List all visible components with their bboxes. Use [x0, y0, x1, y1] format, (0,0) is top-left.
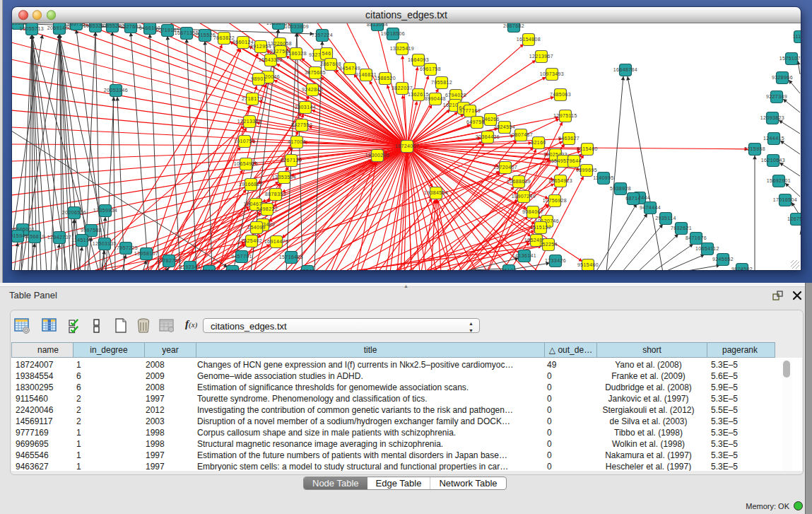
svg-text:10688639: 10688639	[507, 179, 531, 184]
svg-text:8878352: 8878352	[265, 192, 286, 197]
svg-text:1140995: 1140995	[593, 175, 614, 180]
svg-text:13325419: 13325419	[390, 46, 414, 51]
svg-text:79644: 79644	[566, 158, 581, 163]
svg-text:18724007: 18724007	[395, 144, 419, 148]
svg-text:252254: 252254	[539, 242, 558, 247]
svg-text:15716485: 15716485	[279, 255, 303, 259]
svg-text:8427552: 8427552	[291, 122, 312, 127]
svg-text:17016504: 17016504	[773, 197, 797, 202]
svg-text:16210643: 16210643	[761, 158, 785, 163]
svg-text:20053346: 20053346	[104, 88, 128, 93]
svg-text:9146821: 9146821	[355, 72, 377, 77]
svg-text:10756928: 10756928	[543, 198, 567, 203]
svg-text:13958107: 13958107	[134, 251, 158, 256]
svg-text:6794028: 6794028	[445, 93, 466, 98]
svg-text:2867608: 2867608	[320, 62, 341, 66]
svg-text:14136141: 14136141	[512, 253, 536, 258]
svg-text:18907249: 18907249	[512, 194, 536, 199]
svg-text:10654925: 10654925	[234, 161, 258, 166]
svg-text:16782759: 16782759	[157, 258, 181, 263]
svg-text:1615152: 1615152	[530, 225, 551, 230]
svg-text:746266: 746266	[481, 117, 500, 122]
svg-text:9115460: 9115460	[577, 146, 598, 151]
svg-text:19218506: 19218506	[381, 31, 405, 36]
svg-text:7632621: 7632621	[671, 226, 692, 230]
svg-text:417004: 417004	[288, 139, 306, 144]
svg-text:9777169: 9777169	[459, 108, 481, 113]
svg-text:12942737: 12942737	[47, 235, 71, 240]
svg-text:12975115: 12975115	[553, 113, 577, 118]
svg-text:2803144: 2803144	[295, 105, 316, 110]
svg-text:7515526: 7515526	[194, 33, 216, 37]
svg-text:9328966: 9328966	[772, 75, 793, 80]
svg-text:96193: 96193	[501, 268, 516, 270]
svg-text:9084067: 9084067	[522, 209, 543, 214]
svg-text:12213967: 12213967	[529, 54, 553, 59]
svg-text:9515460: 9515460	[577, 262, 599, 267]
svg-text:126753: 126753	[787, 216, 801, 221]
svg-text:9997588: 9997588	[81, 228, 102, 233]
svg-text:17957225: 17957225	[114, 245, 138, 250]
svg-text:9824502: 9824502	[731, 267, 753, 270]
svg-text:12213389: 12213389	[237, 119, 261, 124]
svg-text:9227349: 9227349	[766, 94, 787, 99]
svg-text:7357224: 7357224	[312, 33, 333, 37]
svg-text:16154808: 16154808	[517, 37, 541, 42]
svg-text:7485063: 7485063	[550, 92, 571, 97]
svg-text:8454749: 8454749	[339, 66, 360, 71]
svg-text:7955812: 7955812	[431, 80, 452, 85]
svg-text:7625402: 7625402	[241, 238, 262, 243]
svg-text:9245652: 9245652	[712, 257, 734, 262]
svg-text:9463627: 9463627	[558, 136, 579, 141]
svg-text:62160: 62160	[531, 140, 546, 145]
svg-text:52342: 52342	[300, 269, 314, 270]
svg-text:20364436: 20364436	[476, 134, 500, 139]
svg-text:2718176: 2718176	[242, 96, 263, 101]
svg-text:16033809: 16033809	[285, 24, 309, 29]
svg-text:16914479: 16914479	[264, 239, 288, 244]
svg-text:19384554: 19384554	[424, 190, 448, 195]
svg-text:8990448: 8990448	[425, 96, 446, 101]
svg-text:8186328: 8186328	[286, 51, 307, 56]
svg-text:9474444: 9474444	[640, 205, 661, 210]
svg-text:19166827: 19166827	[239, 182, 263, 187]
svg-text:1527602: 1527602	[120, 24, 141, 29]
svg-text:154099: 154099	[247, 225, 266, 230]
svg-text:98901: 98901	[251, 76, 266, 81]
svg-text:10973493: 10973493	[540, 71, 564, 76]
svg-text:6961758: 6961758	[420, 66, 441, 71]
svg-text:2087682: 2087682	[503, 23, 524, 28]
svg-text:1664093: 1664093	[408, 57, 429, 62]
svg-text:7663822: 7663822	[213, 35, 235, 40]
svg-text:20691406: 20691406	[47, 25, 71, 30]
svg-text:19654923: 19654923	[548, 178, 572, 183]
svg-text:15692901: 15692901	[767, 178, 791, 183]
svg-text:20206526: 20206526	[62, 210, 86, 215]
svg-text:3822037: 3822037	[392, 86, 413, 90]
svg-text:8471676: 8471676	[686, 235, 707, 240]
svg-text:1010755: 1010755	[234, 139, 255, 144]
svg-text:72611: 72611	[202, 269, 217, 270]
svg-text:10654112: 10654112	[695, 246, 719, 251]
svg-text:2935114: 2935114	[655, 216, 676, 221]
svg-text:1588520: 1588520	[375, 76, 396, 81]
svg-text:9899695: 9899695	[576, 168, 597, 173]
svg-text:68714: 68714	[625, 196, 640, 201]
svg-text:5938928: 5938928	[610, 186, 631, 191]
svg-text:3875685: 3875685	[305, 70, 326, 75]
svg-text:1145194: 1145194	[71, 238, 93, 243]
svg-text:19055713: 19055713	[20, 26, 44, 31]
svg-text:17359934: 17359934	[93, 208, 117, 213]
svg-text:546: 546	[322, 51, 331, 56]
svg-text:3215958: 3215958	[744, 146, 765, 151]
svg-text:12093823: 12093823	[760, 115, 784, 120]
svg-text:1244415: 1244415	[763, 136, 784, 141]
svg-text:12353594: 12353594	[272, 175, 296, 180]
svg-text:80964: 80964	[225, 269, 240, 270]
svg-text:1733426: 1733426	[545, 258, 566, 263]
svg-text:15720407: 15720407	[493, 165, 517, 170]
svg-text:9457791: 9457791	[231, 254, 252, 259]
svg-text:3824554: 3824554	[494, 124, 515, 129]
svg-text:1192344: 1192344	[180, 264, 201, 269]
svg-text:9242848: 9242848	[302, 87, 323, 92]
